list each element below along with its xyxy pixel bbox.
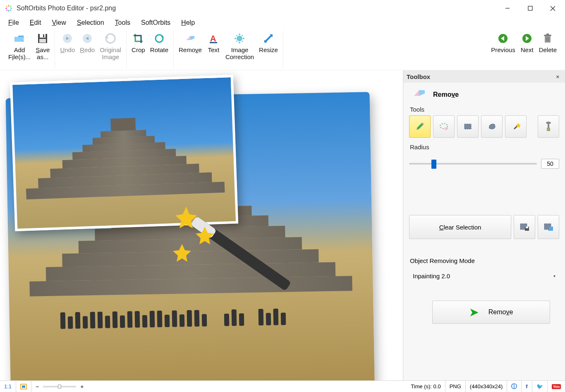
status-dimensions: (440x340x24) — [466, 381, 508, 392]
menubar: File Edit View Selection Tools SoftOrbit… — [0, 17, 565, 29]
remove-section-title: Remove — [433, 91, 459, 98]
remove-tools-row — [403, 115, 565, 138]
previous-button[interactable]: Previous — [488, 31, 517, 55]
rotate-button[interactable]: Rotate — [148, 31, 171, 55]
crop-button[interactable]: Crop — [129, 31, 148, 55]
resize-button[interactable]: Resize — [256, 31, 280, 55]
canvas-area[interactable] — [0, 70, 403, 380]
tool-freeform[interactable] — [481, 115, 503, 138]
menu-help[interactable]: Help — [177, 18, 199, 28]
undo-button[interactable]: Undo — [57, 31, 77, 55]
status-format: PNG — [445, 381, 466, 392]
svg-rect-6 — [40, 34, 45, 38]
close-button[interactable] — [541, 1, 564, 16]
text-button[interactable]: A Text — [204, 31, 223, 55]
remove-button-toolbar[interactable]: Remove — [176, 31, 204, 55]
crowd-illustration — [59, 308, 324, 341]
menu-softorbits[interactable]: SoftOrbits — [137, 18, 175, 28]
tool-marquee[interactable] — [457, 115, 479, 138]
svg-rect-47 — [22, 385, 25, 388]
svg-rect-29 — [546, 33, 549, 35]
twitter-button[interactable]: 🐦 — [532, 381, 548, 392]
toolbox-header: Toolbox × — [403, 70, 565, 83]
status-time: Time (s): 0.0 — [407, 381, 445, 392]
svg-point-23 — [242, 41, 243, 42]
svg-rect-37 — [464, 124, 471, 129]
menu-selection[interactable]: Selection — [73, 18, 108, 28]
svg-point-12 — [156, 35, 163, 42]
svg-point-16 — [239, 33, 240, 35]
rotate-icon — [153, 32, 165, 45]
object-removing-mode-select[interactable]: Inpainting 2.0 ▾ — [410, 270, 558, 282]
svg-point-20 — [236, 35, 237, 36]
svg-point-19 — [243, 38, 244, 39]
svg-rect-39 — [547, 128, 550, 131]
svg-rect-28 — [544, 35, 551, 36]
eraser-icon — [184, 32, 196, 45]
info-button[interactable]: ⓘ — [507, 381, 522, 392]
youtube-button[interactable]: You — [548, 381, 565, 392]
svg-point-15 — [237, 36, 242, 41]
toolbox-close-button[interactable]: × — [553, 73, 562, 81]
svg-point-41 — [546, 122, 551, 124]
sparkle-icon — [233, 32, 246, 45]
svg-text:A: A — [210, 34, 216, 43]
svg-point-18 — [235, 38, 236, 39]
orm-value: Inpainting 2.0 — [413, 272, 450, 280]
svg-point-0 — [7, 7, 10, 10]
facebook-button[interactable]: f — [522, 381, 532, 392]
add-files-button[interactable]: AddFile(s)... — [6, 31, 33, 62]
zoom-slider[interactable]: − + — [31, 381, 88, 392]
folder-open-icon — [13, 32, 26, 45]
toolbar: AddFile(s)... Saveas... Undo Redo Origin… — [0, 29, 565, 70]
svg-rect-36 — [444, 127, 448, 130]
save-as-button[interactable]: Saveas... — [33, 31, 52, 62]
next-button[interactable]: Next — [518, 31, 536, 55]
menu-view[interactable]: View — [48, 18, 70, 28]
radius-input[interactable] — [541, 159, 559, 169]
tool-magic-wand[interactable] — [505, 115, 527, 138]
trash-icon — [541, 32, 554, 45]
crop-icon — [132, 32, 144, 45]
radius-slider[interactable] — [409, 158, 537, 170]
photo-foreground — [10, 75, 238, 232]
chevron-down-icon: ▾ — [553, 274, 555, 278]
remove-section-header: Remove — [403, 83, 565, 104]
tool-lasso-erase[interactable] — [433, 115, 455, 138]
save-mask-button[interactable] — [514, 215, 535, 239]
original-image-icon — [104, 32, 117, 45]
svg-rect-44 — [526, 227, 528, 228]
fit-to-window-button[interactable] — [16, 381, 31, 392]
minimize-button[interactable] — [496, 1, 519, 16]
object-removing-mode-label: Object Removing Mode — [403, 257, 565, 264]
app-logo-icon — [4, 4, 13, 13]
load-mask-button[interactable] — [538, 215, 559, 239]
undo-icon — [61, 32, 74, 45]
image-correction-button[interactable]: Image Correction — [223, 31, 256, 62]
tools-label: Tools — [403, 104, 565, 115]
clear-selection-button[interactable]: Clear Selection — [409, 215, 511, 239]
toolbox-sidebar: Toolbox × Remove Tools Radius Clear — [403, 70, 565, 380]
arrow-right-icon: ➤ — [469, 306, 479, 319]
save-icon — [36, 32, 49, 45]
svg-point-21 — [242, 35, 243, 36]
previous-icon — [497, 32, 509, 45]
menu-tools[interactable]: Tools — [111, 18, 134, 28]
tool-pencil[interactable] — [409, 115, 431, 138]
svg-point-17 — [239, 42, 240, 43]
svg-rect-7 — [43, 34, 44, 37]
window-title: SoftOrbits Photo Editor - psr2.png — [17, 5, 116, 12]
delete-button[interactable]: Delete — [536, 31, 559, 55]
svg-point-22 — [236, 41, 237, 42]
svg-rect-8 — [39, 39, 46, 43]
tool-clone-stamp[interactable] — [538, 115, 559, 138]
redo-button[interactable]: Redo — [77, 31, 97, 55]
zoom-ratio[interactable]: 1:1 — [0, 381, 16, 392]
original-image-button[interactable]: Original Image — [97, 31, 124, 62]
menu-edit[interactable]: Edit — [26, 18, 45, 28]
menu-file[interactable]: File — [4, 18, 23, 28]
resize-icon — [262, 32, 275, 45]
remove-apply-button[interactable]: ➤ Remove — [432, 301, 550, 324]
maximize-button[interactable] — [519, 1, 541, 16]
svg-rect-2 — [528, 6, 532, 10]
